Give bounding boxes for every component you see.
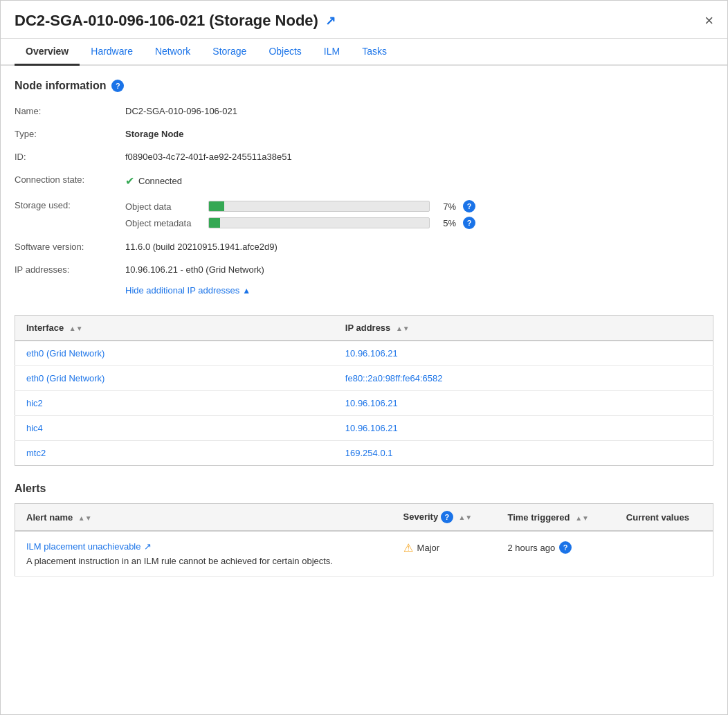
interface-col-label: Interface	[26, 323, 64, 333]
ip-table-row: hic410.96.106.21	[15, 416, 713, 441]
ip-col-label: IP address	[345, 323, 391, 333]
node-info-section-title: Node information ?	[15, 80, 713, 92]
interface-cell: eth0 (Grid Network)	[15, 341, 334, 366]
node-info-help-icon[interactable]: ?	[111, 80, 124, 92]
alerts-title: Alerts	[15, 482, 713, 495]
ip-cell: 10.96.106.21	[334, 391, 713, 416]
alerts-header-row: Alert name ▲▼ Severity ? ▲▼ Time trigger…	[15, 504, 713, 532]
main-content: Node information ? Name: DC2-SGA-010-096…	[1, 66, 727, 590]
severity-text: Major	[417, 543, 440, 553]
modal-header: DC2-SGA-010-096-106-021 (Storage Node) ↗…	[1, 1, 727, 39]
severity-warning-icon: ⚠	[403, 541, 413, 554]
alert-table-row: ILM placement unachievable ↗ A placement…	[15, 531, 713, 577]
interface-cell: hic2	[15, 391, 334, 416]
hide-link-text: Hide additional IP addresses	[125, 285, 239, 296]
connection-label: Connection state:	[15, 172, 125, 190]
interface-sort-arrows[interactable]: ▲▼	[69, 325, 83, 332]
object-data-progress-bar	[208, 201, 430, 212]
ip-col-header[interactable]: IP address ▲▼	[334, 316, 713, 341]
object-data-help-icon[interactable]: ?	[463, 200, 475, 212]
object-metadata-row: Object metadata 5% ?	[125, 217, 713, 229]
object-metadata-pct: 5%	[437, 218, 456, 228]
severity-badge: ⚠ Major	[403, 541, 486, 554]
interface-col-header[interactable]: Interface ▲▼	[15, 316, 334, 341]
tab-tasks[interactable]: Tasks	[351, 39, 398, 66]
ip-table-row: mtc2169.254.0.1	[15, 441, 713, 466]
chevron-up-icon: ▲	[242, 286, 251, 296]
time-text: 2 hours ago	[507, 543, 555, 553]
close-button[interactable]: ×	[704, 12, 713, 30]
current-values-cell	[615, 531, 713, 577]
current-values-col-label: Current values	[626, 512, 689, 523]
type-value: Storage Node	[125, 126, 713, 142]
alert-name-col-label: Alert name	[26, 512, 73, 523]
object-data-fill	[209, 201, 224, 211]
ip-table-body: eth0 (Grid Network)10.96.106.21eth0 (Gri…	[15, 341, 713, 466]
alert-external-icon: ↗	[144, 541, 152, 552]
software-label: Software version:	[15, 239, 125, 255]
ip-main-value: 10.96.106.21 - eth0 (Grid Network)	[125, 262, 713, 278]
tab-overview[interactable]: Overview	[15, 39, 80, 66]
ip-address-table: Interface ▲▼ IP address ▲▼ eth0 (Grid Ne…	[15, 315, 713, 466]
id-value: f0890e03-4c72-401f-ae92-245511a38e51	[125, 149, 713, 165]
alerts-table-body: ILM placement unachievable ↗ A placement…	[15, 531, 713, 577]
ip-table-row: eth0 (Grid Network)fe80::2a0:98ff:fe64:6…	[15, 366, 713, 391]
object-data-row: Object data 7% ?	[125, 200, 713, 212]
connection-status-text: Connected	[138, 176, 182, 186]
time-sort[interactable]: ▲▼	[575, 514, 589, 522]
id-label: ID:	[15, 149, 125, 165]
title-text: DC2-SGA-010-096-106-021 (Storage Node)	[15, 12, 318, 30]
ip-cell: fe80::2a0:98ff:fe64:6582	[334, 366, 713, 391]
tabs-bar: Overview Hardware Network Storage Object…	[1, 39, 727, 66]
time-triggered-value: 2 hours ago ?	[507, 541, 603, 554]
interface-cell: eth0 (Grid Network)	[15, 366, 334, 391]
name-value: DC2-SGA-010-096-106-021	[125, 103, 713, 119]
time-col-header[interactable]: Time triggered ▲▼	[496, 504, 615, 532]
alert-name-sort[interactable]: ▲▼	[78, 514, 92, 522]
ip-label: IP addresses:	[15, 262, 125, 278]
object-data-label: Object data	[125, 201, 201, 212]
tab-objects[interactable]: Objects	[257, 39, 312, 66]
tab-storage[interactable]: Storage	[201, 39, 257, 66]
object-metadata-label: Object metadata	[125, 218, 201, 228]
interface-cell: mtc2	[15, 441, 334, 466]
severity-cell: ⚠ Major	[392, 531, 497, 577]
time-triggered-cell: 2 hours ago ?	[496, 531, 615, 577]
node-info-label: Node information	[15, 80, 106, 92]
tab-network[interactable]: Network	[144, 39, 201, 66]
severity-help-icon[interactable]: ?	[441, 511, 453, 523]
external-link-icon[interactable]: ↗	[325, 13, 336, 28]
alert-name-cell: ILM placement unachievable ↗ A placement…	[15, 531, 392, 577]
severity-col-header[interactable]: Severity ? ▲▼	[392, 504, 497, 532]
modal-container: DC2-SGA-010-096-106-021 (Storage Node) ↗…	[0, 0, 728, 715]
node-info-grid: Name: DC2-SGA-010-096-106-021 Type: Stor…	[15, 103, 713, 304]
object-data-pct: 7%	[437, 201, 456, 212]
hide-additional-ips-link[interactable]: Hide additional IP addresses ▲	[125, 285, 251, 296]
tab-hardware[interactable]: Hardware	[80, 39, 144, 66]
time-help-icon[interactable]: ?	[559, 541, 572, 554]
hide-link-cell: Hide additional IP addresses ▲	[125, 284, 713, 304]
storage-used-value: Object data 7% ? Object metadata 5% ?	[125, 197, 713, 232]
storage-label: Storage used:	[15, 197, 125, 232]
ip-table-header-row: Interface ▲▼ IP address ▲▼	[15, 316, 713, 341]
ip-cell: 10.96.106.21	[334, 341, 713, 366]
alert-name-link[interactable]: ILM placement unachievable ↗	[26, 541, 152, 552]
time-col-label: Time triggered	[507, 512, 570, 523]
ip-primary: 10.96.106.21 - eth0 (Grid Network)	[125, 264, 264, 275]
hide-link-spacer	[15, 284, 125, 304]
alerts-table: Alert name ▲▼ Severity ? ▲▼ Time trigger…	[15, 503, 713, 577]
alert-name-col-header[interactable]: Alert name ▲▼	[15, 504, 392, 532]
object-metadata-help-icon[interactable]: ?	[463, 217, 475, 229]
connection-value: ✔ Connected	[125, 172, 713, 190]
alerts-section: Alerts Alert name ▲▼ Severity ? ▲▼	[15, 482, 713, 577]
severity-sort[interactable]: ▲▼	[458, 514, 472, 521]
connected-check-icon: ✔	[125, 174, 134, 188]
tab-ilm[interactable]: ILM	[313, 39, 351, 66]
ip-cell: 10.96.106.21	[334, 416, 713, 441]
modal-title: DC2-SGA-010-096-106-021 (Storage Node) ↗	[15, 12, 336, 30]
object-metadata-progress-bar	[208, 217, 430, 228]
severity-col-label: Severity	[403, 512, 439, 522]
ip-table-row: eth0 (Grid Network)10.96.106.21	[15, 341, 713, 366]
ip-sort-arrows[interactable]: ▲▼	[396, 325, 410, 332]
name-label: Name:	[15, 103, 125, 119]
